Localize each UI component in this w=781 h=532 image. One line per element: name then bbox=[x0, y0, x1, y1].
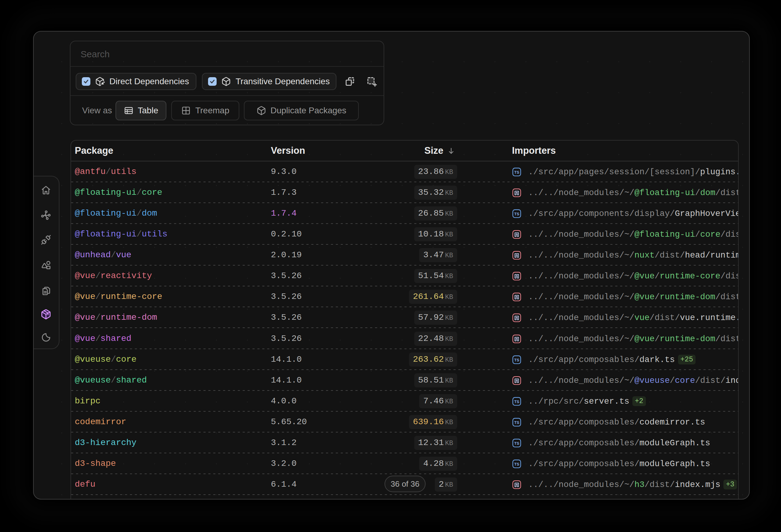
svg-text:TS: TS bbox=[514, 358, 519, 362]
svg-text:TS: TS bbox=[514, 399, 519, 404]
svg-text:TS: TS bbox=[514, 462, 519, 467]
svg-text:TS: TS bbox=[514, 212, 519, 216]
svg-text:TS: TS bbox=[514, 441, 519, 446]
svg-text:TS: TS bbox=[514, 420, 519, 425]
svg-text:TS: TS bbox=[514, 170, 519, 175]
